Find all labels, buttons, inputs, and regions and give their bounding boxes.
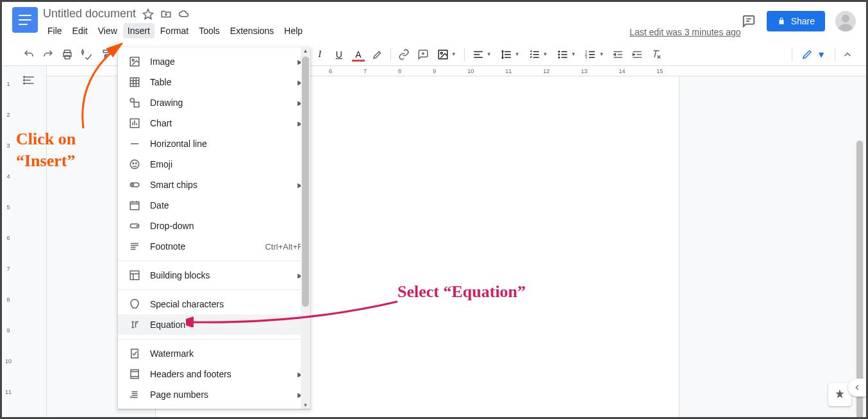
underline-button[interactable]: U — [330, 46, 348, 64]
clear-formatting-button[interactable] — [647, 46, 665, 64]
bulleted-list-button[interactable]: ▼ — [553, 46, 580, 64]
share-button[interactable]: Share — [767, 11, 825, 31]
menu-item-label: Drop-down — [150, 221, 303, 231]
svg-point-6 — [558, 51, 560, 52]
svg-point-7 — [558, 54, 560, 55]
scroll-up-icon[interactable]: ▲ — [301, 48, 310, 54]
menu-item-label: Image — [150, 56, 288, 67]
menu-item-table[interactable]: Table▶ — [118, 72, 310, 92]
blocks-icon — [128, 269, 141, 282]
menu-file[interactable]: File — [43, 23, 67, 38]
menu-item-watermark[interactable]: Watermark — [118, 343, 310, 364]
left-sidebar — [15, 66, 47, 417]
equation-icon: 2 — [128, 318, 141, 331]
comments-icon[interactable] — [741, 13, 756, 29]
paint-format-button[interactable] — [97, 46, 115, 64]
editing-mode-button[interactable]: ▼ — [796, 46, 831, 63]
menu-item-footnote[interactable]: FootnoteCtrl+Alt+F — [118, 236, 310, 257]
svg-point-16 — [132, 59, 134, 61]
menu-separator — [118, 339, 310, 339]
spellcheck-button[interactable] — [78, 46, 96, 64]
vertical-scrollbar[interactable] — [855, 141, 864, 413]
cloud-icon[interactable] — [178, 8, 190, 20]
menu-item-date[interactable]: Date — [118, 195, 310, 216]
menu-item-chart[interactable]: Chart▶ — [118, 113, 310, 133]
menu-item-image[interactable]: Image▶ — [118, 51, 310, 72]
document-title[interactable]: Untitled document — [43, 7, 136, 21]
menu-format[interactable]: Format — [156, 23, 193, 38]
menu-shortcut: Ctrl+Alt+F — [265, 242, 303, 252]
menu-item-horizontal-line[interactable]: Horizontal line — [118, 133, 310, 154]
checklist-button[interactable]: ▼ — [525, 46, 552, 64]
menu-item-label: Emoji — [150, 159, 303, 169]
menu-item-building-blocks[interactable]: Building blocks▶ — [118, 265, 310, 286]
avatar[interactable] — [835, 11, 856, 31]
svg-point-5 — [440, 52, 442, 54]
increase-indent-button[interactable] — [628, 46, 646, 64]
docs-logo[interactable] — [12, 7, 38, 33]
menu-scrollbar[interactable]: ▲ ▼ — [301, 47, 310, 409]
menu-insert[interactable]: Insert — [123, 23, 154, 38]
outline-icon[interactable] — [23, 74, 38, 89]
menu-item-equation[interactable]: 2Equation — [118, 314, 310, 335]
highlight-button[interactable] — [369, 46, 387, 64]
menu-scrollbar-thumb[interactable] — [302, 56, 309, 307]
menu-view[interactable]: View — [94, 23, 122, 38]
svg-point-0 — [842, 15, 849, 22]
menu-extensions[interactable]: Extensions — [226, 23, 278, 38]
watermark-icon — [128, 347, 141, 360]
menu-item-emoji[interactable]: Emoji — [118, 154, 310, 175]
svg-point-22 — [133, 163, 134, 164]
menu-tools[interactable]: Tools — [194, 23, 224, 38]
headers-icon — [128, 368, 141, 381]
menubar: FileEditViewInsertFormatToolsExtensionsH… — [43, 23, 623, 38]
numbered-list-button[interactable]: 123▼ — [581, 46, 608, 64]
menu-item-label: Building blocks — [150, 270, 288, 280]
svg-point-25 — [132, 184, 134, 186]
menu-item-page-numbers[interactable]: #Page numbers▶ — [118, 384, 310, 405]
menu-item-drop-down[interactable]: Drop-down — [118, 216, 310, 236]
side-panel-toggle[interactable] — [848, 379, 866, 397]
move-icon[interactable] — [160, 8, 172, 20]
insert-link-button[interactable] — [395, 46, 413, 64]
collapse-toolbar-button[interactable] — [839, 46, 856, 63]
menu-separator — [118, 261, 310, 261]
menu-item-label: Date — [150, 200, 303, 210]
menu-item-label: Equation — [150, 320, 303, 330]
drawing-icon — [128, 96, 141, 109]
svg-rect-19 — [134, 102, 139, 107]
dropdown-icon — [128, 219, 141, 232]
scroll-down-icon[interactable]: ▼ — [301, 402, 310, 408]
svg-point-21 — [130, 160, 139, 169]
print-button[interactable] — [58, 46, 76, 64]
menu-item-label: Horizontal line — [150, 139, 303, 149]
emoji-icon — [128, 158, 141, 171]
svg-rect-31 — [131, 370, 138, 379]
undo-button[interactable] — [20, 46, 38, 64]
svg-rect-28 — [130, 271, 139, 280]
italic-button[interactable]: I — [311, 46, 329, 64]
chart-icon — [128, 117, 141, 130]
menu-help[interactable]: Help — [280, 23, 307, 38]
decrease-indent-button[interactable] — [609, 46, 627, 64]
menu-edit[interactable]: Edit — [68, 23, 92, 38]
redo-button[interactable] — [39, 46, 57, 64]
footnote-icon — [128, 240, 141, 253]
menu-item-special-characters[interactable]: Special characters — [118, 294, 310, 314]
menu-item-headers-and-footers[interactable]: Headers and footers▶ — [118, 364, 310, 384]
align-button[interactable]: ▼ — [469, 46, 496, 64]
line-spacing-button[interactable]: ▼ — [497, 46, 524, 64]
menu-item-label: Chart — [150, 118, 288, 128]
svg-point-14 — [23, 83, 24, 84]
add-comment-button[interactable] — [414, 46, 432, 64]
svg-point-12 — [23, 76, 24, 78]
menu-item-smart-chips[interactable]: Smart chips▶ — [118, 175, 310, 195]
menu-item-label: Page numbers — [150, 389, 288, 400]
menu-item-drawing[interactable]: Drawing▶ — [118, 92, 310, 113]
scrollbar-thumb[interactable] — [856, 141, 863, 419]
text-color-button[interactable]: A — [349, 46, 367, 64]
insert-image-button[interactable]: ▼ — [433, 46, 460, 64]
star-icon[interactable] — [142, 8, 154, 20]
svg-point-13 — [23, 80, 24, 81]
last-edit-link[interactable]: Last edit was 3 minutes ago — [630, 13, 741, 37]
